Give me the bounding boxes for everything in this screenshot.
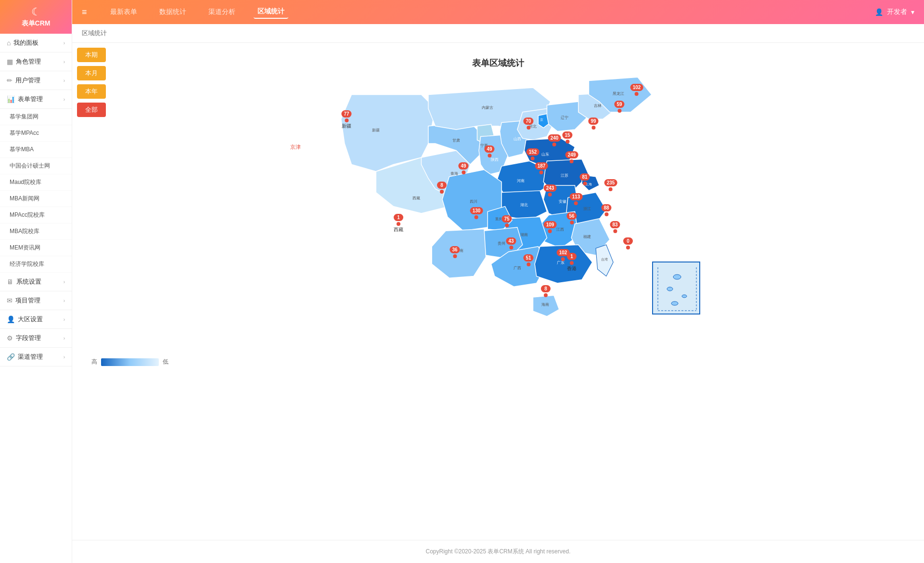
filter-btn-all[interactable]: 全部 [77, 103, 106, 117]
tab-channel-analysis[interactable]: 渠道分析 [205, 6, 239, 18]
projects-icon: ✉ [7, 297, 13, 304]
svg-text:山西: 山西 [513, 137, 521, 141]
username: 开发者 [887, 8, 907, 16]
chevron-icon-9: › [64, 354, 65, 360]
sidebar-label-regions: 大区设置 [18, 315, 43, 324]
legend-low-label: 低 [163, 358, 168, 366]
sidebar-item-fields[interactable]: ⚙ 字段管理 › [0, 329, 72, 348]
sidebar-item-regions[interactable]: 👤 大区设置 › [0, 310, 72, 329]
chevron-icon-8: › [64, 336, 65, 341]
footer: CopyRight ©2020-2025 表单CRM系统 All right r… [72, 540, 924, 563]
sidebar-label-users: 用户管理 [15, 76, 40, 85]
sidebar-item-channels[interactable]: 🔗 渠道管理 › [0, 348, 72, 367]
sidebar-sub-mba[interactable]: 慕学MBA [0, 142, 72, 158]
sidebar-item-settings[interactable]: 🖥 系统设置 › [0, 273, 72, 291]
home-icon: ⌂ [7, 39, 11, 47]
map-title: 表单区域统计 [82, 52, 914, 69]
roles-icon: ▦ [7, 58, 13, 65]
svg-text:安徽: 安徽 [559, 199, 566, 204]
svg-text:山东: 山东 [541, 152, 549, 157]
sidebar-label-channels: 渠道管理 [18, 353, 43, 361]
user-icon: 👤 [875, 8, 883, 16]
sidebar-label-projects: 项目管理 [15, 296, 40, 305]
sidebar-label-forms: 表单管理 [18, 95, 43, 104]
logo: ☾ 表单CRM [0, 0, 72, 34]
chevron-icon-4: › [64, 97, 65, 102]
svg-text:吉林: 吉林 [594, 104, 602, 108]
sidebar-sub-muxue-group[interactable]: 慕学集团网 [0, 109, 72, 125]
sidebar-item-projects[interactable]: ✉ 项目管理 › [0, 291, 72, 310]
south-sea-inset [652, 262, 700, 314]
svg-text:河北: 河北 [529, 124, 537, 129]
sidebar-sub-mbanews[interactable]: MBA新闻网 [0, 191, 72, 207]
tab-data-stats[interactable]: 数据统计 [155, 6, 190, 18]
filter-btn-current-period[interactable]: 本期 [77, 48, 106, 62]
filter-btn-current-month[interactable]: 本月 [77, 66, 106, 80]
svg-text:台湾: 台湾 [601, 257, 608, 262]
chevron-icon-5: › [64, 279, 65, 285]
settings-icon: 🖥 [7, 278, 13, 286]
sidebar-item-dashboard[interactable]: ⌂ 我的面板 › [0, 34, 72, 52]
sidebar-sub-mpacc-school[interactable]: MPAcc院校库 [0, 207, 72, 223]
svg-point-35 [671, 301, 678, 305]
sidebar-sub-mem[interactable]: MEM资讯网 [0, 240, 72, 256]
svg-text:福建: 福建 [583, 235, 591, 239]
svg-text:江西: 江西 [556, 227, 564, 232]
main-content: ≡ 最新表单 数据统计 渠道分析 区域统计 👤 开发者 ▾ 区域统计 本期 本月… [72, 0, 924, 563]
tab-region-stats[interactable]: 区域统计 [254, 5, 288, 19]
forms-icon: 📊 [7, 95, 15, 103]
svg-text:广东: 广东 [557, 261, 565, 265]
chevron-icon-2: › [64, 59, 65, 65]
svg-text:重庆: 重庆 [495, 217, 502, 221]
sidebar-sub-maud[interactable]: Maud院校库 [0, 174, 72, 191]
svg-text:贵州: 贵州 [498, 241, 505, 246]
channels-icon: 🔗 [7, 353, 15, 361]
svg-text:宁夏: 宁夏 [480, 144, 488, 148]
map-legend: 高 低 [82, 358, 914, 366]
sidebar-sub-econ[interactable]: 经济学院校库 [0, 256, 72, 273]
svg-text:湖北: 湖北 [520, 203, 528, 207]
sidebar-item-users[interactable]: ✏ 用户管理 › [0, 71, 72, 90]
svg-text:江苏: 江苏 [561, 173, 568, 178]
svg-point-34 [682, 295, 687, 298]
svg-text:京: 京 [540, 118, 543, 121]
svg-text:内蒙古: 内蒙古 [482, 105, 493, 110]
dropdown-icon: ▾ [911, 8, 914, 16]
sidebar-label-dashboard: 我的面板 [13, 39, 38, 47]
svg-point-32 [673, 275, 681, 279]
breadcrumb: 区域统计 [72, 24, 924, 43]
user-menu[interactable]: 👤 开发者 ▾ [875, 8, 914, 16]
sidebar-sub-mba-school[interactable]: MBA院校库 [0, 223, 72, 240]
chevron-icon-6: › [64, 298, 65, 303]
sidebar-item-roles[interactable]: ▦ 角色管理 › [0, 52, 72, 71]
svg-text:青海: 青海 [450, 171, 458, 176]
breadcrumb-text: 区域统计 [82, 29, 107, 37]
sidebar-sub-accounting[interactable]: 中国会计硕士网 [0, 158, 72, 174]
svg-text:云南: 云南 [456, 249, 463, 253]
menu-toggle-icon[interactable]: ≡ [82, 7, 87, 17]
svg-text:上海: 上海 [586, 182, 592, 186]
regions-icon: 👤 [7, 315, 15, 323]
fields-icon: ⚙ [7, 334, 13, 342]
sidebar-label-roles: 角色管理 [16, 57, 41, 66]
svg-text:浙江: 浙江 [583, 207, 591, 211]
svg-text:海南: 海南 [541, 302, 549, 307]
svg-text:辽宁: 辽宁 [561, 116, 568, 120]
svg-text:四川: 四川 [470, 199, 477, 204]
sidebar-sub-mpacc[interactable]: 慕学MPAcc [0, 125, 72, 142]
svg-rect-31 [653, 262, 700, 314]
svg-text:西藏: 西藏 [412, 196, 420, 200]
content-area: 本期 本月 本年 全部 表单区域统计 [72, 43, 924, 540]
filter-btn-current-year[interactable]: 本年 [77, 84, 106, 99]
legend-high-label: 高 [91, 358, 97, 366]
sidebar: ☾ 表单CRM ⌂ 我的面板 › ▦ 角色管理 › ✏ 用户管理 › 📊 表单管… [0, 0, 72, 563]
tab-latest-forms[interactable]: 最新表单 [106, 6, 141, 18]
sidebar-item-forms[interactable]: 📊 表单管理 › [0, 90, 72, 109]
map-section: 表单区域统计 [82, 52, 914, 366]
sidebar-label-fields: 字段管理 [16, 334, 41, 342]
map-wrapper: 新疆 西藏 青海 甘肃 内蒙古 宁夏 陕西 山西 河北 京 辽宁 吉林 黑龙江 … [282, 74, 715, 353]
svg-text:新疆: 新疆 [372, 128, 380, 132]
chevron-icon-3: › [64, 78, 65, 83]
svg-text:河南: 河南 [517, 179, 525, 183]
svg-text:黑龙江: 黑龙江 [613, 92, 624, 96]
